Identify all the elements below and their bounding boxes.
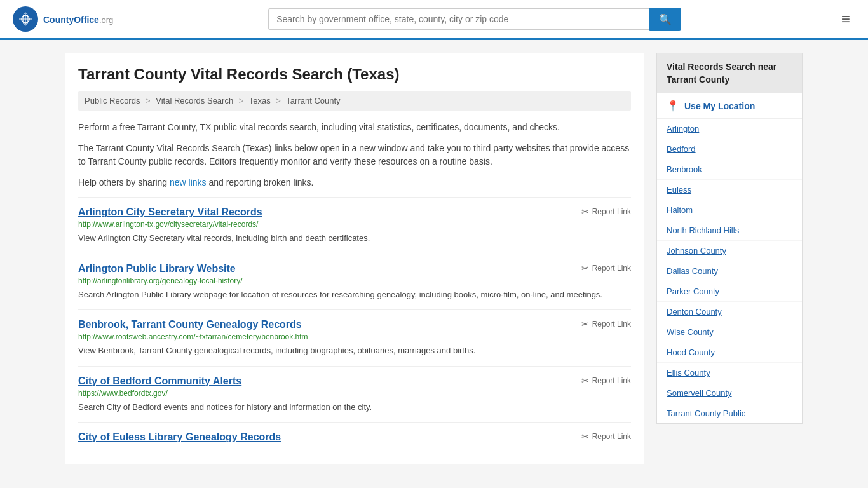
sidebar-link-euless[interactable]: Euless [657, 180, 802, 200]
description-1: Perform a free Tarrant County, TX public… [78, 121, 631, 134]
sidebar: Vital Records Search near Tarrant County… [656, 53, 803, 464]
logo-area: CountyOffice.org [13, 6, 113, 32]
report-link-button[interactable]: ✂ Report Link [581, 431, 631, 442]
report-link-button[interactable]: ✂ Report Link [581, 207, 631, 217]
sidebar-link-johnson-county[interactable]: Johnson County [657, 241, 802, 261]
page-title: Tarrant County Vital Records Search (Tex… [78, 65, 631, 83]
left-column: Tarrant County Vital Records Search (Tex… [65, 53, 644, 464]
sidebar-header: Vital Records Search near Tarrant County [657, 53, 802, 93]
result-item: Arlington City Secretary Vital Records ✂… [78, 197, 631, 254]
report-link-button[interactable]: ✂ Report Link [581, 263, 631, 273]
new-links-link[interactable]: new links [170, 177, 207, 187]
breadcrumb: Public Records > Vital Records Search > … [78, 91, 631, 111]
sidebar-link-north-richland-hills[interactable]: North Richland Hills [657, 220, 802, 241]
scissors-icon: ✂ [581, 207, 589, 217]
use-my-location-button[interactable]: 📍 Use My Location [657, 93, 802, 119]
result-item: Arlington Public Library Website ✂ Repor… [78, 254, 631, 310]
logo-text: CountyOffice.org [43, 13, 113, 26]
use-my-location-label: Use My Location [684, 101, 755, 111]
logo-icon [13, 6, 38, 32]
scissors-icon: ✂ [581, 319, 589, 329]
result-header: Benbrook, Tarrant County Genealogy Recor… [78, 319, 631, 330]
description-2: The Tarrant County Vital Records Search … [78, 142, 631, 168]
breadcrumb-tarrant[interactable]: Tarrant County [286, 96, 340, 105]
result-title[interactable]: City of Euless Library Genealogy Records [78, 431, 281, 443]
report-link-button[interactable]: ✂ Report Link [581, 376, 631, 386]
sidebar-link-wise-county[interactable]: Wise County [657, 322, 802, 342]
pin-icon: 📍 [667, 100, 679, 112]
result-url[interactable]: http://www.rootsweb.ancestry.com/~txtarr… [78, 332, 631, 341]
sidebar-link-benbrook[interactable]: Benbrook [657, 159, 802, 180]
result-description: View Benbrook, Tarrant County genealogic… [78, 344, 631, 357]
result-description: Search City of Bedford events and notice… [78, 401, 631, 414]
breadcrumb-vital-records[interactable]: Vital Records Search [156, 96, 233, 105]
hamburger-icon: ≡ [841, 10, 850, 27]
sidebar-link-bedford[interactable]: Bedford [657, 139, 802, 159]
result-title[interactable]: City of Bedford Community Alerts [78, 376, 241, 387]
desc3-suffix: and reporting broken links. [207, 177, 314, 187]
sidebar-link-arlington[interactable]: Arlington [657, 119, 802, 139]
report-link-button[interactable]: ✂ Report Link [581, 319, 631, 329]
result-url[interactable]: http://www.arlington-tx.gov/citysecretar… [78, 220, 631, 229]
result-header: City of Bedford Community Alerts ✂ Repor… [78, 376, 631, 387]
search-input[interactable] [268, 8, 649, 30]
scissors-icon: ✂ [581, 376, 589, 386]
site-header: CountyOffice.org 🔍 ≡ [0, 0, 868, 40]
search-icon: 🔍 [659, 14, 672, 25]
breadcrumb-public-records[interactable]: Public Records [85, 96, 140, 105]
sidebar-box: Vital Records Search near Tarrant County… [656, 53, 803, 424]
result-item: Benbrook, Tarrant County Genealogy Recor… [78, 309, 631, 366]
scissors-icon: ✂ [581, 431, 589, 442]
menu-button[interactable]: ≡ [836, 8, 855, 30]
sidebar-link-hood-county[interactable]: Hood County [657, 342, 802, 363]
sidebar-link-denton-county[interactable]: Denton County [657, 302, 802, 322]
sidebar-link-parker-county[interactable]: Parker County [657, 281, 802, 302]
result-item: City of Bedford Community Alerts ✂ Repor… [78, 366, 631, 423]
result-header: Arlington Public Library Website ✂ Repor… [78, 263, 631, 274]
search-button[interactable]: 🔍 [649, 8, 681, 31]
description-3: Help others by sharing new links and rep… [78, 176, 631, 189]
result-item: City of Euless Library Genealogy Records… [78, 422, 631, 452]
scissors-icon: ✂ [581, 263, 589, 273]
result-description: View Arlington City Secretary vital reco… [78, 232, 631, 245]
result-header: Arlington City Secretary Vital Records ✂… [78, 207, 631, 218]
sidebar-link-somervell-county[interactable]: Somervell County [657, 383, 802, 403]
result-title[interactable]: Arlington Public Library Website [78, 263, 236, 274]
sidebar-link-ellis-county[interactable]: Ellis County [657, 363, 802, 383]
result-header: City of Euless Library Genealogy Records… [78, 431, 631, 443]
result-url[interactable]: http://arlingtonlibrary.org/genealogy-lo… [78, 276, 631, 285]
search-area: 🔍 [268, 8, 681, 31]
result-title[interactable]: Benbrook, Tarrant County Genealogy Recor… [78, 319, 302, 330]
main-content: Tarrant County Vital Records Search (Tex… [53, 40, 815, 477]
result-title[interactable]: Arlington City Secretary Vital Records [78, 207, 262, 218]
result-url[interactable]: https://www.bedfordtx.gov/ [78, 389, 631, 398]
sidebar-bottom-label[interactable]: Tarrant County Public [657, 403, 802, 423]
result-description: Search Arlington Public Library webpage … [78, 288, 631, 301]
sidebar-link-dallas-county[interactable]: Dallas County [657, 261, 802, 281]
breadcrumb-texas[interactable]: Texas [249, 96, 271, 105]
desc3-prefix: Help others by sharing [78, 177, 170, 187]
sidebar-link-haltom[interactable]: Haltom [657, 200, 802, 220]
